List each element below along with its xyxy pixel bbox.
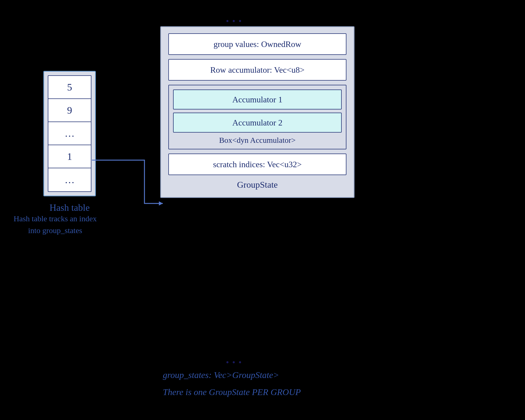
- svg-marker-0: [159, 201, 163, 206]
- group-state-label: GroupState: [168, 180, 346, 190]
- bottom-label-2: There is one GroupState PER GROUP: [163, 387, 301, 397]
- gs-row-row-accumulator: Row accumulator: Vec<u8>: [168, 59, 346, 81]
- hash-table-desc-text: Hash table tracks an indexinto group_sta…: [14, 214, 97, 235]
- accumulator-box: Accumulator 1 Accumulator 2 Box<dyn Accu…: [168, 85, 346, 149]
- hash-table-inner: 5 9 … 1 …: [48, 75, 91, 192]
- hash-cell-0: 5: [48, 76, 91, 99]
- group-state-container: group values: OwnedRow Row accumulator: …: [160, 26, 355, 198]
- bottom-label-1: group_states: Vec>GroupState>: [163, 370, 279, 380]
- dots-top: ...: [226, 10, 245, 25]
- hash-cell-3: 1: [48, 145, 91, 168]
- gs-row-group-values: group values: OwnedRow: [168, 33, 346, 55]
- accumulator-box-label: Box<dyn Accumulator>: [173, 136, 342, 145]
- diagram-scene: ... ... 5 9 … 1 … Hash table Hash table …: [0, 0, 525, 420]
- hash-cell-2: …: [48, 122, 91, 145]
- hash-table-label: Hash table: [43, 202, 96, 213]
- gs-row-scratch-indices: scratch indices: Vec<u32>: [168, 154, 346, 175]
- hash-table-outer: 5 9 … 1 …: [43, 71, 96, 196]
- hash-cell-1: 9: [48, 99, 91, 122]
- accumulator-2-row: Accumulator 2: [173, 113, 342, 133]
- hash-cell-4: …: [48, 168, 91, 191]
- arrow-svg: [92, 71, 165, 207]
- dots-bottom: ...: [226, 352, 245, 366]
- hash-table-description: Hash table tracks an indexinto group_sta…: [8, 213, 102, 236]
- hash-table-container: 5 9 … 1 … Hash table: [43, 71, 96, 213]
- accumulator-1-row: Accumulator 1: [173, 90, 342, 109]
